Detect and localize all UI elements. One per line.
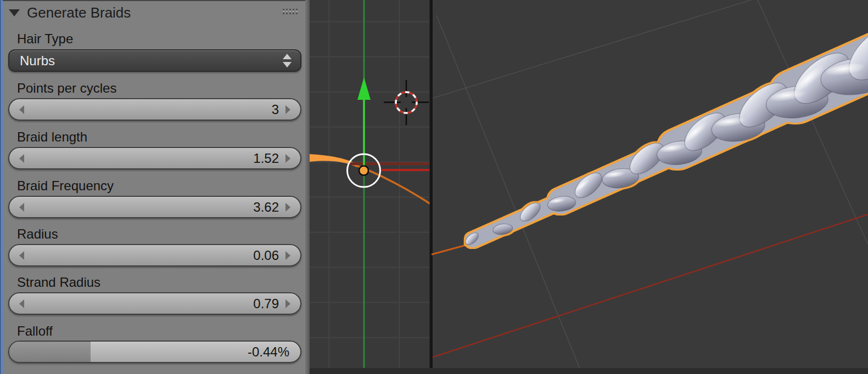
falloff-label: Falloff: [17, 324, 53, 338]
viewport-middle[interactable]: [310, 0, 431, 374]
points-per-cycles-label: Points per cycles: [17, 81, 116, 95]
strand-radius-value: 0.79: [24, 296, 285, 311]
falloff-slider[interactable]: -0.44%: [8, 341, 301, 363]
viewport-border[interactable]: [430, 0, 433, 374]
viewport-bottom-strip: [310, 368, 868, 374]
points-per-cycles-slider[interactable]: 3: [8, 98, 301, 121]
editor-edge-highlight: [0, 0, 3, 374]
slider-left-arrow-icon[interactable]: [19, 105, 24, 114]
slider-right-arrow-icon[interactable]: [285, 299, 290, 308]
strand-radius-label: Strand Radius: [17, 275, 100, 290]
slider-right-arrow-icon[interactable]: [285, 251, 290, 260]
slider-right-arrow-icon[interactable]: [285, 203, 290, 212]
radius-label: Radius: [17, 227, 58, 241]
braid-frequency-label: Braid Frequency: [17, 179, 114, 193]
3d-viewport: [310, 0, 868, 374]
hair-type-label: Hair Type: [17, 32, 73, 46]
slider-right-arrow-icon[interactable]: [285, 105, 290, 114]
panel-header[interactable]: Generate Braids: [9, 4, 298, 21]
braid-length-value: 1.52: [24, 151, 285, 166]
blender-window: Generate Braids Hair Type Nurbs: [0, 0, 868, 374]
slider-left-arrow-icon[interactable]: [19, 299, 24, 308]
operator-panel-generate-braids: Generate Braids Hair Type Nurbs: [0, 0, 305, 374]
radius-value: 0.06: [24, 248, 285, 263]
braid-frequency-value: 3.62: [24, 200, 285, 215]
dropdown-updown-icon: [283, 54, 292, 67]
panel-grip-icon[interactable]: [282, 8, 298, 18]
slider-right-arrow-icon[interactable]: [285, 154, 290, 163]
viewport-right[interactable]: [431, 0, 868, 374]
braid-length-label: Braid length: [17, 130, 87, 144]
collapse-triangle-icon[interactable]: [9, 9, 20, 16]
panel-title: Generate Braids: [27, 4, 131, 21]
slider-left-arrow-icon[interactable]: [19, 251, 24, 260]
points-per-cycles-value: 3: [24, 102, 285, 117]
braid-frequency-slider[interactable]: 3.62: [8, 196, 301, 218]
radius-slider[interactable]: 0.06: [8, 244, 301, 267]
object-origin-dot: [359, 166, 368, 175]
falloff-fill: [9, 342, 91, 362]
braid-length-slider[interactable]: 1.52: [8, 147, 301, 169]
slider-left-arrow-icon[interactable]: [19, 203, 24, 212]
hair-type-value: Nurbs: [20, 53, 55, 69]
hair-type-dropdown[interactable]: Nurbs: [8, 49, 301, 72]
strand-radius-slider[interactable]: 0.79: [8, 292, 301, 315]
slider-left-arrow-icon[interactable]: [19, 154, 24, 163]
panel-right-edge[interactable]: [305, 0, 310, 374]
falloff-value: -0.44%: [248, 344, 289, 360]
